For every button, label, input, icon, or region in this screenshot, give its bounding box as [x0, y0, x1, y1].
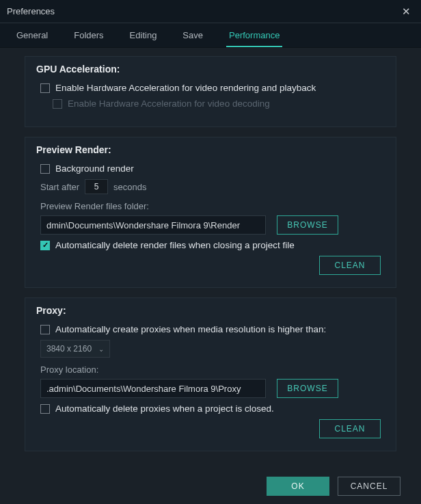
background-render-checkbox[interactable] — [40, 164, 50, 174]
autodelete-proxy-label: Automatically delete proxies when a proj… — [55, 403, 274, 414]
proxy-location-input[interactable] — [40, 379, 266, 398]
titlebar: Preferences ✕ — [0, 0, 421, 23]
render-browse-button[interactable]: BROWSE — [277, 215, 338, 235]
gpu-decoding-label: Enable Hardware Acceleration for video d… — [68, 98, 270, 109]
gpu-decoding-checkbox[interactable] — [53, 99, 62, 109]
window-title: Preferences — [7, 6, 398, 16]
gpu-panel: GPU Acceleration: Enable Hardware Accele… — [25, 56, 396, 127]
start-after-row: Start after seconds — [40, 179, 385, 194]
preview-title: Preview Render: — [36, 144, 385, 155]
start-after-suffix: seconds — [113, 182, 146, 192]
proxy-title: Proxy: — [36, 305, 385, 316]
autocreate-proxy-label: Automatically create proxies when media … — [55, 324, 326, 334]
footer: OK CANCEL — [0, 468, 421, 504]
chevron-down-icon: ⌄ — [98, 345, 104, 353]
tab-performance[interactable]: Performance — [226, 25, 282, 47]
gpu-rendering-label: Enable Hardware Acceleration for video r… — [55, 83, 316, 93]
proxy-resolution-value: 3840 x 2160 — [46, 344, 92, 354]
proxy-clean-button[interactable]: CLEAN — [319, 419, 381, 438]
gpu-title: GPU Acceleration: — [36, 64, 385, 75]
proxy-location-label: Proxy location: — [40, 364, 385, 375]
preferences-window: Preferences ✕ General Folders Editing Sa… — [0, 0, 421, 504]
gpu-rendering-checkbox[interactable] — [40, 83, 50, 93]
close-icon[interactable]: ✕ — [398, 3, 414, 20]
proxy-panel: Proxy: Automatically create proxies when… — [25, 297, 396, 451]
render-folder-input[interactable] — [40, 215, 266, 235]
render-clean-button[interactable]: CLEAN — [319, 256, 381, 275]
tab-bar: General Folders Editing Save Performance — [0, 23, 421, 48]
tab-folders[interactable]: Folders — [71, 25, 106, 47]
start-after-prefix: Start after — [40, 182, 79, 192]
proxy-browse-button[interactable]: BROWSE — [277, 379, 338, 398]
tab-editing[interactable]: Editing — [127, 25, 160, 47]
cancel-button[interactable]: CANCEL — [338, 477, 400, 496]
proxy-resolution-select[interactable]: 3840 x 2160 ⌄ — [40, 340, 110, 358]
autodelete-render-label: Automatically delete render files when c… — [55, 240, 295, 250]
preview-panel: Preview Render: Background render Start … — [25, 137, 396, 288]
render-folder-label: Preview Render files folder: — [40, 201, 385, 211]
tab-general[interactable]: General — [14, 25, 51, 47]
tab-save[interactable]: Save — [180, 25, 206, 47]
background-render-label: Background render — [55, 163, 134, 174]
autocreate-proxy-checkbox[interactable] — [40, 325, 50, 334]
ok-button[interactable]: OK — [267, 477, 329, 496]
autodelete-render-checkbox[interactable] — [40, 241, 50, 250]
start-after-input[interactable] — [85, 179, 108, 194]
content-area: GPU Acceleration: Enable Hardware Accele… — [0, 48, 421, 468]
autodelete-proxy-checkbox[interactable] — [40, 404, 50, 414]
